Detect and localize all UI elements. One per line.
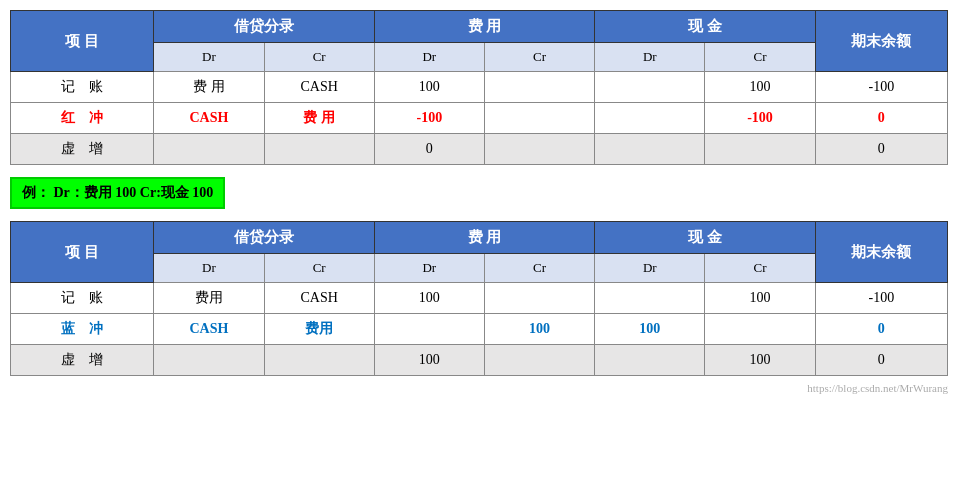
example-banner: 例： Dr：费用 100 Cr:现金 100 (10, 177, 225, 209)
t1r3-jl-dr (154, 134, 264, 165)
t1r2-xj-cr: -100 (705, 103, 815, 134)
t1r3-name: 虚 增 (11, 134, 154, 165)
t1r1-xj-dr (595, 72, 705, 103)
t2r1-balance: -100 (815, 283, 947, 314)
t2r2-xj-dr: 100 (595, 314, 705, 345)
t2r2-jl-dr: CASH (154, 314, 264, 345)
table1-wrapper: 项 目 借贷分录 费 用 现 金 期末余额 Dr Cr Dr Cr Dr Cr … (10, 10, 948, 165)
col-project: 项 目 (11, 11, 154, 72)
xj-dr-header: Dr (595, 43, 705, 72)
t2r1-xj-dr (595, 283, 705, 314)
t2r1-jl-dr: 费用 (154, 283, 264, 314)
t1r1-name: 记 账 (11, 72, 154, 103)
t2r3-name: 虚 增 (11, 345, 154, 376)
table2-header-row: 项 目 借贷分录 费 用 现 金 期末余额 (11, 222, 948, 254)
t2-fy-cr-header: Cr (484, 254, 594, 283)
t1r3-xj-cr (705, 134, 815, 165)
t1r1-balance: -100 (815, 72, 947, 103)
table2-wrapper: 项 目 借贷分录 费 用 现 金 期末余额 Dr Cr Dr Cr Dr Cr … (10, 221, 948, 376)
t1r3-jl-cr (264, 134, 374, 165)
t1r2-fy-cr (484, 103, 594, 134)
t1r3-fy-cr (484, 134, 594, 165)
t2-xj-dr-header: Dr (595, 254, 705, 283)
t2r1-fy-dr: 100 (374, 283, 484, 314)
xj-cr-header: Cr (705, 43, 815, 72)
t2r2-xj-cr (705, 314, 815, 345)
t1r2-fy-dr: -100 (374, 103, 484, 134)
watermark: https://blog.csdn.net/MrWurang (807, 382, 948, 394)
table1-header-row: 项 目 借贷分录 费 用 现 金 期末余额 (11, 11, 948, 43)
t2r3-jl-cr (264, 345, 374, 376)
t2r2-fy-dr (374, 314, 484, 345)
t1r3-balance: 0 (815, 134, 947, 165)
col-cash: 现 金 (595, 11, 815, 43)
t1r1-fy-dr: 100 (374, 72, 484, 103)
t2r3-fy-cr (484, 345, 594, 376)
table2-row-lanchong: 蓝 冲 CASH 费用 100 100 0 (11, 314, 948, 345)
table2-row-xuzeng: 虚 增 100 100 0 (11, 345, 948, 376)
t2r3-jl-dr (154, 345, 264, 376)
t2-fy-dr-header: Dr (374, 254, 484, 283)
t1r3-fy-dr: 0 (374, 134, 484, 165)
col-journalentry: 借贷分录 (154, 11, 374, 43)
t2r2-jl-cr: 费用 (264, 314, 374, 345)
t1r1-xj-cr: 100 (705, 72, 815, 103)
t2-xj-cr-header: Cr (705, 254, 815, 283)
t2-jl-dr-header: Dr (154, 254, 264, 283)
table1-row-jizhang: 记 账 费 用 CASH 100 100 -100 (11, 72, 948, 103)
t1r1-jl-cr: CASH (264, 72, 374, 103)
t2r3-xj-cr: 100 (705, 345, 815, 376)
t2-col-project: 项 目 (11, 222, 154, 283)
t2r1-name: 记 账 (11, 283, 154, 314)
t2r3-balance: 0 (815, 345, 947, 376)
fy-cr-header: Cr (484, 43, 594, 72)
t1r2-jl-cr: 费 用 (264, 103, 374, 134)
t2-col-expense: 费 用 (374, 222, 594, 254)
col-balance: 期末余额 (815, 11, 947, 72)
t2r1-xj-cr: 100 (705, 283, 815, 314)
t2r3-xj-dr (595, 345, 705, 376)
t1r2-xj-dr (595, 103, 705, 134)
col-expense: 费 用 (374, 11, 594, 43)
jl-cr-header: Cr (264, 43, 374, 72)
t1r2-name: 红 冲 (11, 103, 154, 134)
t2-col-balance: 期末余额 (815, 222, 947, 283)
t2r1-jl-cr: CASH (264, 283, 374, 314)
t2r2-fy-cr: 100 (484, 314, 594, 345)
t1r2-jl-dr: CASH (154, 103, 264, 134)
t1r2-balance: 0 (815, 103, 947, 134)
t1r3-xj-dr (595, 134, 705, 165)
t2r2-name: 蓝 冲 (11, 314, 154, 345)
t2-col-cash: 现 金 (595, 222, 815, 254)
jl-dr-header: Dr (154, 43, 264, 72)
fy-dr-header: Dr (374, 43, 484, 72)
t2-col-journalentry: 借贷分录 (154, 222, 374, 254)
t2r3-fy-dr: 100 (374, 345, 484, 376)
table1-row-hongchong: 红 冲 CASH 费 用 -100 -100 0 (11, 103, 948, 134)
table1-row-xuzeng: 虚 增 0 0 (11, 134, 948, 165)
table2-row-jizhang: 记 账 费用 CASH 100 100 -100 (11, 283, 948, 314)
t1r1-fy-cr (484, 72, 594, 103)
t2r2-balance: 0 (815, 314, 947, 345)
table1: 项 目 借贷分录 费 用 现 金 期末余额 Dr Cr Dr Cr Dr Cr … (10, 10, 948, 165)
t2-jl-cr-header: Cr (264, 254, 374, 283)
t2r1-fy-cr (484, 283, 594, 314)
table2: 项 目 借贷分录 费 用 现 金 期末余额 Dr Cr Dr Cr Dr Cr … (10, 221, 948, 376)
t1r1-jl-dr: 费 用 (154, 72, 264, 103)
